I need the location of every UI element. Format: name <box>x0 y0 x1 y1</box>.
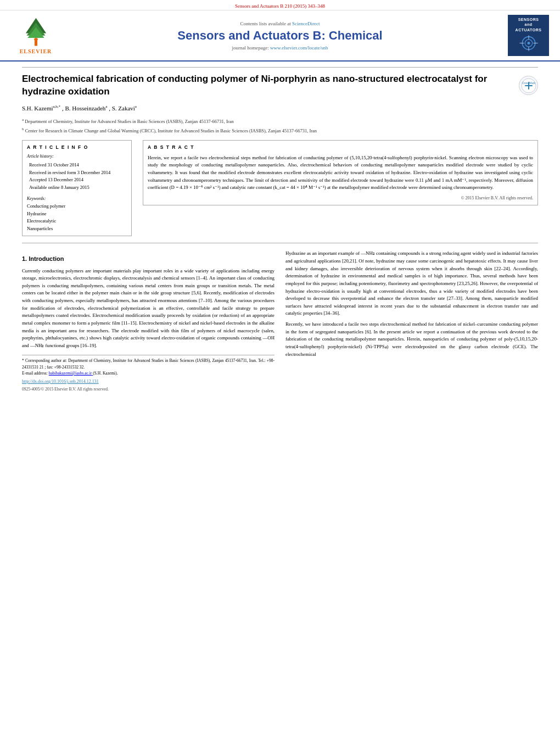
sciencedirect-link[interactable]: ScienceDirect <box>292 21 320 26</box>
section1-title: 1. Introduction <box>22 254 275 264</box>
journal-center: Contents lists available at ScienceDirec… <box>60 21 500 51</box>
crossmark-badge[interactable]: CrossMark <box>519 76 538 95</box>
author2-sup: a <box>105 104 107 109</box>
journal-homepage-link[interactable]: www.elsevier.com/locate/snb <box>270 45 328 51</box>
sensors-logo-box: SENSORSandACTUATORS <box>500 15 549 56</box>
banner-text: Sensors and Actuators B 210 (2015) 343–3… <box>235 3 325 9</box>
article-info-col: A R T I C L E I N F O Article history: R… <box>22 140 132 237</box>
author2-name: , B. Hosseinzadeh <box>62 105 105 111</box>
paper-content: Electrochemical fabrication of conductin… <box>0 62 560 403</box>
elsevier-logo: ELSEVIER <box>11 17 60 54</box>
keyword-list: Conducting polymer Hydrazine Electrocata… <box>27 203 127 232</box>
keyword-4: Nanoparticles <box>27 225 127 233</box>
article-title: Electrochemical fabrication of conductin… <box>22 73 519 98</box>
footnote-email: habibakazemi@iasbs.ac.ir <box>49 371 92 376</box>
crossmark-icon: CrossMark <box>521 78 536 93</box>
footnote-email-person: (S.H. Kazemi). <box>93 371 117 376</box>
body-col-right: Hydrazine as an important example of —NH… <box>285 250 538 392</box>
affiliations: a Department of Chemistry, Institute for… <box>22 117 538 134</box>
affil-a-label: a <box>22 118 24 122</box>
article-info-heading: A R T I C L E I N F O <box>27 144 127 152</box>
revised-date: Received in revised form 3 December 2014 <box>29 169 127 177</box>
elsevier-tree-icon <box>21 17 51 47</box>
section-divider <box>22 243 538 243</box>
body-col-left: 1. Introduction Currently conducting pol… <box>22 250 275 392</box>
footnote-email-link[interactable]: habibakazemi@iasbs.ac.ir <box>49 371 93 376</box>
history-label: Article history: <box>27 153 127 160</box>
footnote-section: * Corresponding author at: Department of… <box>22 355 275 392</box>
abstract-heading: A B S T R A C T <box>148 144 533 151</box>
footnote-star: * Corresponding author at: Department of… <box>22 358 275 370</box>
accepted-date: Accepted 13 December 2014 <box>29 176 127 184</box>
sensors-logo-icon <box>515 34 542 53</box>
body-section: 1. Introduction Currently conducting pol… <box>22 250 538 392</box>
elsevier-label: ELSEVIER <box>20 48 52 54</box>
abstract-col: A B S T R A C T Herein, we report a faci… <box>143 140 538 237</box>
received-date: Received 31 October 2014 <box>29 161 127 169</box>
footnote-email-line: E-mail address: habibakazemi@iasbs.ac.ir… <box>22 370 275 376</box>
abstract-box: A B S T R A C T Herein, we report a faci… <box>143 140 538 206</box>
sensors-logo-text: SENSORSandACTUATORS <box>516 17 542 32</box>
keywords-label: Keywords: <box>27 196 127 203</box>
sciencedirect-label: Contents lists available at ScienceDirec… <box>60 21 500 26</box>
affil-a-text: Department of Chemistry, Institute for A… <box>25 119 233 124</box>
sensors-logo: SENSORSandACTUATORS <box>508 15 549 56</box>
svg-rect-0 <box>34 40 37 46</box>
article-info-box: A R T I C L E I N F O Article history: R… <box>22 140 132 237</box>
keyword-3: Electrocatalytic <box>27 217 127 225</box>
author1-sup: a,b,* <box>53 104 61 109</box>
author3-name: , S. Zakavi <box>109 105 135 111</box>
journal-header: ELSEVIER Contents lists available at Sci… <box>0 10 560 62</box>
author1-name: S.H. Kazemi <box>22 105 53 111</box>
affil-b-label: b <box>22 127 24 131</box>
article-info-abstract-section: A R T I C L E I N F O Article history: R… <box>22 140 538 237</box>
journal-homepage: journal homepage: www.elsevier.com/locat… <box>60 45 500 51</box>
footnote-issn: 0925-4005/© 2015 Elsevier B.V. All right… <box>22 386 275 392</box>
copyright-line: © 2015 Elsevier B.V. All rights reserved… <box>148 195 533 202</box>
keywords-section: Keywords: Conducting polymer Hydrazine E… <box>27 196 127 232</box>
abstract-text: Herein, we report a facile two electroch… <box>148 154 533 192</box>
available-date: Available online 8 January 2015 <box>29 184 127 192</box>
intro-col2-para2: Recently, we have introduced a facile tw… <box>285 321 538 358</box>
journal-banner: Sensors and Actuators B 210 (2015) 343–3… <box>0 0 560 10</box>
svg-point-4 <box>34 38 38 41</box>
journal-title: Sensors and Actuators B: Chemical <box>60 29 500 43</box>
affil-b-text: Center for Research in Climate Change an… <box>25 128 317 133</box>
article-title-section: Electrochemical fabrication of conductin… <box>22 67 538 98</box>
page: Sensors and Actuators B 210 (2015) 343–3… <box>0 0 560 403</box>
intro-col2-para1: Hydrazine as an important example of —NH… <box>285 250 538 317</box>
author3-sup: a <box>135 104 137 109</box>
footnote-email-label: E-mail address: <box>22 371 48 376</box>
authors: S.H. Kazemia,b,* , B. Hosseinzadeha , S.… <box>22 104 538 113</box>
footnote-doi-link[interactable]: http://dx.doi.org/10.1016/j.snb.2014.12.… <box>22 378 275 385</box>
keyword-1: Conducting polymer <box>27 203 127 210</box>
svg-point-8 <box>527 42 530 44</box>
intro-col1-para1: Currently conducting polymers are import… <box>22 267 275 350</box>
keyword-2: Hydrazine <box>27 210 127 218</box>
